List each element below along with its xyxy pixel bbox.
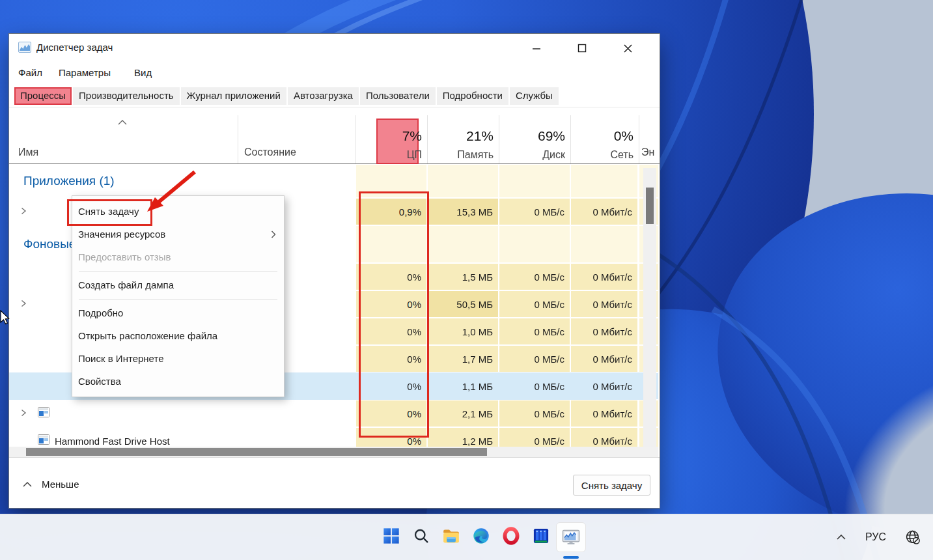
menu-item-end-task[interactable]: Снять задачу bbox=[72, 200, 284, 223]
cpu-cell: 0% bbox=[356, 373, 426, 399]
column-header-memory[interactable]: 21%Память bbox=[428, 128, 494, 161]
app-window-icon bbox=[38, 407, 49, 417]
vertical-scrollbar-thumb[interactable] bbox=[646, 188, 654, 224]
menu-bar: Файл Параметры Вид bbox=[9, 63, 660, 85]
end-task-button[interactable]: Снять задачу bbox=[573, 475, 650, 496]
taskbar-explorer-button[interactable] bbox=[436, 519, 466, 555]
tab-strip: ПроцессыПроизводительностьЖурнал приложе… bbox=[9, 85, 660, 107]
tab-item-1[interactable]: Производительность bbox=[73, 87, 180, 105]
taskbar-edge-button[interactable] bbox=[466, 519, 496, 555]
language-indicator[interactable]: РУС bbox=[865, 531, 886, 543]
heat-cell-empty bbox=[571, 226, 637, 262]
submenu-chevron-icon bbox=[271, 230, 276, 238]
taskbar: РУС bbox=[0, 514, 933, 560]
column-separator bbox=[238, 115, 238, 163]
column-header-name[interactable]: Имя bbox=[18, 147, 38, 158]
horizontal-scrollbar[interactable] bbox=[9, 447, 658, 457]
taskbar-opera-button[interactable] bbox=[496, 519, 526, 555]
menu-item-dump-file[interactable]: Создать файл дампа bbox=[72, 273, 284, 296]
menu-item-feedback: Предоставить отзыв bbox=[72, 245, 284, 268]
column-label-network: Сеть bbox=[568, 149, 634, 161]
taskbar-app-rack-button[interactable] bbox=[526, 519, 556, 555]
column-header-status[interactable]: Состояние bbox=[244, 147, 296, 158]
disk-cell: 0 МБ/с bbox=[499, 346, 570, 372]
mouse-cursor bbox=[0, 310, 10, 326]
chevron-up-icon[interactable] bbox=[835, 533, 847, 541]
menu-item-details[interactable]: Подробно bbox=[72, 301, 284, 324]
tab-item-4[interactable]: Пользователи bbox=[360, 87, 436, 105]
process-row[interactable]: 0%2,1 МБ0 МБ/с0 Мбит/с bbox=[9, 400, 643, 427]
edge-icon bbox=[472, 527, 490, 548]
taskbar-start-button[interactable] bbox=[376, 519, 406, 555]
memory-cell: 2,1 МБ bbox=[428, 400, 498, 427]
expand-chevron[interactable] bbox=[20, 298, 27, 310]
menu-file[interactable]: Файл bbox=[18, 67, 42, 78]
menu-item-resource-values[interactable]: Значения ресурсов bbox=[72, 223, 284, 245]
cpu-cell: 0% bbox=[356, 318, 426, 344]
tab-processes[interactable]: Процессы bbox=[14, 87, 72, 105]
column-separator bbox=[639, 115, 639, 163]
expand-chevron[interactable] bbox=[20, 408, 27, 419]
disk-cell: 0 МБ/с bbox=[499, 199, 570, 225]
menu-item-open-file-location[interactable]: Открыть расположение файла bbox=[72, 324, 284, 347]
status-bar: Меньше Снять задачу bbox=[9, 457, 660, 508]
tab-item-2[interactable]: Журнал приложений bbox=[181, 87, 286, 105]
network-cell: 0 Мбит/с bbox=[571, 264, 637, 290]
heat-cell-empty bbox=[499, 226, 570, 262]
process-icon bbox=[38, 434, 49, 447]
expand-chevron-icon bbox=[20, 300, 27, 307]
tab-item-3[interactable]: Автозагрузка bbox=[288, 87, 359, 105]
vertical-scrollbar[interactable] bbox=[643, 168, 656, 447]
maximize-button[interactable] bbox=[567, 38, 597, 59]
expand-chevron[interactable] bbox=[20, 206, 27, 217]
close-icon bbox=[623, 44, 633, 53]
column-separator bbox=[427, 115, 428, 163]
fewer-details-label: Меньше bbox=[42, 479, 79, 490]
group-row[interactable]: Приложения (1) bbox=[9, 164, 643, 198]
fewer-details-toggle[interactable]: Меньше bbox=[22, 479, 79, 490]
expand-chevron-icon bbox=[20, 409, 27, 417]
title-bar: Диспетчер задач bbox=[9, 34, 660, 63]
menu-item-properties[interactable]: Свойства bbox=[72, 370, 284, 393]
close-button[interactable] bbox=[613, 38, 643, 59]
task-manager-icon bbox=[556, 522, 586, 552]
network-cell: 0 Мбит/с bbox=[571, 400, 637, 427]
app-window-icon bbox=[38, 434, 49, 445]
minimize-button[interactable] bbox=[522, 38, 551, 59]
globe-no-internet-icon[interactable] bbox=[904, 529, 921, 546]
search-icon bbox=[412, 527, 430, 548]
heat-cell-empty bbox=[499, 165, 570, 197]
network-cell: 0 Мбит/с bbox=[571, 346, 637, 372]
column-header-disk[interactable]: 69%Диск bbox=[500, 128, 565, 161]
process-row[interactable]: Hammond Fast Drive Host0%1,2 МБ0 МБ/с0 М… bbox=[9, 427, 643, 447]
memory-cell: 1,5 МБ bbox=[428, 264, 498, 290]
heat-cell-empty bbox=[428, 165, 498, 197]
column-header-network[interactable]: 0%Сеть bbox=[568, 128, 634, 161]
heat-cell-empty bbox=[571, 165, 637, 197]
network-cell: 0 Мбит/с bbox=[571, 199, 637, 225]
memory-cell: 1,0 МБ bbox=[428, 318, 498, 344]
cpu-cell: 0% bbox=[356, 264, 426, 290]
cpu-cell: 0% bbox=[356, 428, 426, 447]
disk-cell: 0 МБ/с bbox=[499, 264, 570, 290]
taskbar-icons bbox=[376, 514, 586, 560]
disk-cell: 0 МБ/с bbox=[499, 428, 570, 447]
horizontal-scrollbar-thumb[interactable] bbox=[26, 448, 487, 456]
column-label-cpu: ЦП bbox=[357, 149, 422, 161]
tab-item-5[interactable]: Подробности bbox=[437, 87, 508, 105]
memory-cell: 1,7 МБ bbox=[428, 346, 498, 372]
menu-view[interactable]: Вид bbox=[134, 67, 152, 78]
network-cell: 0 Мбит/с bbox=[571, 291, 637, 317]
menu-separator bbox=[79, 299, 277, 300]
context-menu: Снять задачуЗначения ресурсовПредоставит… bbox=[72, 195, 285, 397]
expand-chevron-icon bbox=[20, 207, 27, 215]
tab-item-6[interactable]: Службы bbox=[510, 87, 559, 105]
column-header-energy[interactable]: Эн bbox=[641, 147, 654, 158]
taskbar-task-manager-button[interactable] bbox=[556, 519, 586, 555]
taskbar-search-button[interactable] bbox=[406, 519, 436, 555]
heat-cell-empty bbox=[356, 165, 426, 197]
menu-options[interactable]: Параметры bbox=[59, 67, 111, 78]
heat-cell-empty bbox=[428, 226, 498, 262]
menu-item-search-online[interactable]: Поиск в Интернете bbox=[72, 347, 284, 370]
column-header-cpu[interactable]: 7%ЦП bbox=[357, 128, 422, 161]
